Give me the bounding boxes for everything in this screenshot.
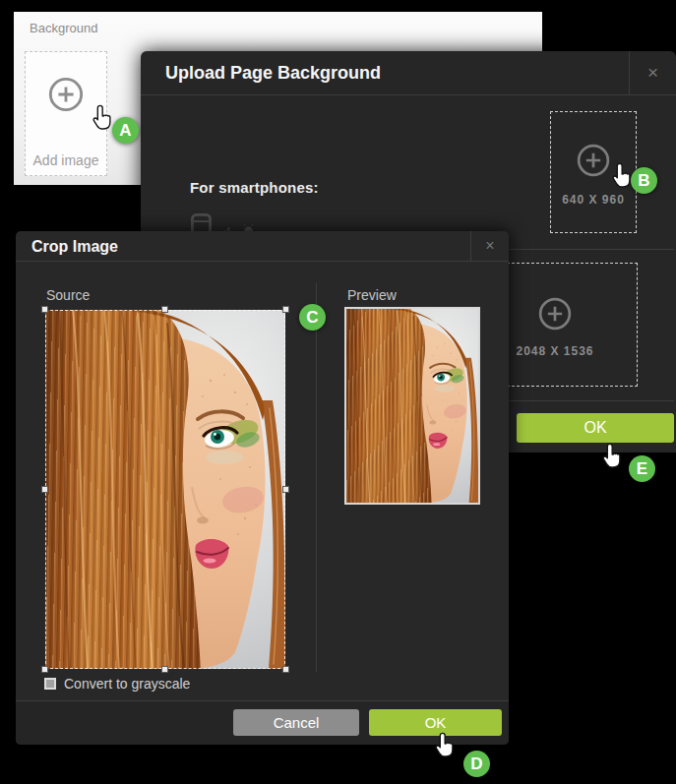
plus-icon <box>47 76 85 113</box>
upload-dialog-header: Upload Page Background × <box>141 51 676 95</box>
screenshot-stage: Background Add image Upload Page Backgro… <box>0 0 676 784</box>
crop-handle-sw[interactable] <box>41 666 48 673</box>
callout-badge-b: B <box>631 167 657 194</box>
crop-source-area[interactable] <box>45 310 285 669</box>
preview-label: Preview <box>347 287 397 303</box>
crop-handle-n[interactable] <box>161 306 168 313</box>
plus-icon <box>537 296 573 332</box>
crop-handle-nw[interactable] <box>41 306 48 313</box>
crop-image-dialog: Crop Image × Source Preview Convert to g <box>16 231 509 745</box>
crop-handle-e[interactable] <box>282 486 289 493</box>
crop-ok-button[interactable]: OK <box>369 709 502 736</box>
preview-photo <box>346 309 478 503</box>
crop-dialog-close-button[interactable]: × <box>470 231 509 261</box>
crop-handle-se[interactable] <box>282 666 289 673</box>
callout-badge-c: C <box>299 304 326 331</box>
source-label: Source <box>46 287 90 303</box>
upload-ok-button[interactable]: OK <box>517 413 674 443</box>
crop-handle-ne[interactable] <box>282 306 289 313</box>
source-photo <box>45 310 285 669</box>
plus-icon <box>576 143 611 178</box>
close-icon: × <box>485 237 494 255</box>
upload-dialog-title: Upload Page Background <box>141 51 676 95</box>
background-panel-title: Background <box>30 21 97 35</box>
close-icon: × <box>647 62 658 84</box>
crop-dialog-header: Crop Image × <box>16 231 509 262</box>
crop-dialog-footer: Cancel OK <box>16 700 509 745</box>
callout-badge-e: E <box>629 455 655 482</box>
tile-size-label-640: 640 X 960 <box>551 193 636 207</box>
grayscale-option-row: Convert to grayscale <box>44 676 190 692</box>
crop-handle-s[interactable] <box>161 666 168 673</box>
callout-badge-a: A <box>112 117 139 144</box>
crop-preview <box>344 307 480 505</box>
crop-dialog-title: Crop Image <box>16 231 509 262</box>
callout-badge-d: D <box>463 751 490 777</box>
source-preview-divider <box>316 283 317 672</box>
add-image-label: Add image <box>26 152 106 168</box>
upload-dialog-close-button[interactable]: × <box>629 51 676 94</box>
grayscale-checkbox[interactable] <box>44 678 56 690</box>
for-smartphones-label: For smartphones: <box>190 179 319 196</box>
crop-cancel-button[interactable]: Cancel <box>233 709 359 736</box>
upload-tile-640x960[interactable]: 640 X 960 <box>550 111 637 233</box>
grayscale-label: Convert to grayscale <box>64 676 190 692</box>
add-image-tile[interactable]: Add image <box>25 51 107 176</box>
crop-handle-w[interactable] <box>41 486 48 493</box>
